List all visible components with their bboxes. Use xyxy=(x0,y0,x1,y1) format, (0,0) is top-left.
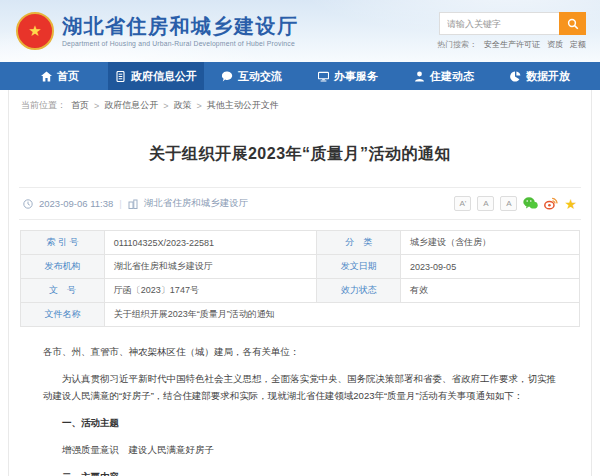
hot-search-item[interactable]: 资质 xyxy=(547,39,563,50)
monitor-icon xyxy=(318,71,329,82)
breadcrumb-label: 当前位置： xyxy=(21,99,66,112)
site-brand: ★ 湖北省住房和城乡建设厅 Department of Housing and … xyxy=(16,12,299,50)
site-title: 湖北省住房和城乡建设厅 xyxy=(62,15,299,37)
site-subtitle: Department of Housing and Urban-Rural De… xyxy=(62,40,299,47)
intro-paragraph: 为认真贯彻习近平新时代中国特色社会主义思想，全面落实党中央、国务院决策部署和省委… xyxy=(43,370,557,404)
wechat-share-icon[interactable] xyxy=(523,197,538,210)
font-size-medium-button[interactable]: A xyxy=(477,196,494,211)
source-name: 湖北省住房和城乡建设厅 xyxy=(144,197,249,210)
meta-divider: | xyxy=(119,198,121,209)
document-info-table: 索 引 号 011104325X/2023-22581 分 类 城乡建设（含住房… xyxy=(20,230,580,327)
nav-item-news[interactable]: 住建动态 xyxy=(396,62,492,90)
hot-search-label: 热门搜索： xyxy=(437,39,477,50)
info-value-index-number: 011104325X/2023-22581 xyxy=(104,231,316,255)
nav-item-label: 办事服务 xyxy=(334,69,378,84)
section-heading-content: 二、主要内容 xyxy=(43,468,557,476)
table-row: 文 号 厅函〔2023〕1747号 效力状态 有效 xyxy=(21,279,580,303)
font-size-small-button[interactable]: A xyxy=(500,196,517,211)
hot-search-item[interactable]: 安全生产许可证 xyxy=(484,39,540,50)
salutation-paragraph: 各市、州、直管市、神农架林区住（城）建局，各有关单位： xyxy=(43,343,557,360)
breadcrumb-item-policy[interactable]: 政策 xyxy=(174,99,192,112)
clock-icon xyxy=(23,199,33,209)
info-label-doc-title: 文件名称 xyxy=(21,303,105,327)
info-label-category: 分 类 xyxy=(317,231,401,255)
breadcrumb-separator: > xyxy=(197,101,202,111)
info-value-doc-title: 关于组织开展2023年“质量月”活动的通知 xyxy=(104,303,579,327)
pie-chart-icon xyxy=(510,71,521,82)
nav-item-open-data[interactable]: 数据开放 xyxy=(492,62,588,90)
weibo-share-icon[interactable] xyxy=(544,197,558,210)
info-value-issue-date: 2023-09-05 xyxy=(401,255,580,279)
info-value-doc-number: 厅函〔2023〕1747号 xyxy=(104,279,316,303)
favorite-star-icon[interactable]: ★ xyxy=(564,197,577,211)
font-size-large-button[interactable]: A' xyxy=(454,196,471,211)
chat-icon xyxy=(222,71,233,82)
info-label-validity: 效力状态 xyxy=(317,279,401,303)
main-nav: 首页 政府信息公开 互动交流 办事服务 住建动态 数据开放 xyxy=(0,62,600,90)
content-card: 当前位置： 首页 > 政府信息公开 > 政策 > 其他主动公开文件 关于组织开展… xyxy=(8,90,592,476)
info-label-issuing-agency: 发布机构 xyxy=(21,255,105,279)
hot-search-item[interactable]: 定额 xyxy=(570,39,586,50)
publish-datetime: 2023-09-06 11:38 xyxy=(39,198,113,209)
nav-item-label: 数据开放 xyxy=(526,69,570,84)
search-icon xyxy=(567,18,579,30)
info-label-doc-number: 文 号 xyxy=(21,279,105,303)
page-title: 关于组织开展2023年“质量月”活动的通知 xyxy=(39,144,561,165)
search-input[interactable] xyxy=(439,12,559,35)
breadcrumb-item-gov-info[interactable]: 政府信息公开 xyxy=(104,99,158,112)
nav-item-services[interactable]: 办事服务 xyxy=(300,62,396,90)
nav-item-label: 互动交流 xyxy=(238,69,282,84)
document-body: 各市、州、直管市、神农架林区住（城）建局，各有关单位： 为认真贯彻习近平新时代中… xyxy=(9,327,591,476)
breadcrumb-separator: > xyxy=(94,101,99,111)
document-icon xyxy=(115,71,126,82)
breadcrumb-separator: > xyxy=(163,101,168,111)
nav-item-label: 住建动态 xyxy=(430,69,474,84)
site-header: ★ 湖北省住房和城乡建设厅 Department of Housing and … xyxy=(0,0,600,62)
nav-item-home[interactable]: 首页 xyxy=(12,62,108,90)
nav-item-gov-info[interactable]: 政府信息公开 xyxy=(108,62,204,90)
person-icon xyxy=(414,71,425,82)
info-value-issuing-agency: 湖北省住房和城乡建设厅 xyxy=(104,255,316,279)
national-emblem-icon: ★ xyxy=(16,12,54,50)
info-label-index-number: 索 引 号 xyxy=(21,231,105,255)
search-button[interactable] xyxy=(559,12,586,35)
breadcrumb-item-other-docs[interactable]: 其他主动公开文件 xyxy=(207,99,279,112)
info-label-issue-date: 发文日期 xyxy=(317,255,401,279)
nav-item-interaction[interactable]: 互动交流 xyxy=(204,62,300,90)
home-icon xyxy=(41,71,52,82)
nav-item-label: 首页 xyxy=(57,69,79,84)
table-row: 索 引 号 011104325X/2023-22581 分 类 城乡建设（含住房… xyxy=(21,231,580,255)
breadcrumb-item-home[interactable]: 首页 xyxy=(71,99,89,112)
info-value-category: 城乡建设（含住房） xyxy=(401,231,580,255)
theme-paragraph: 增强质量意识 建设人民满意好房子 xyxy=(43,441,557,458)
section-heading-theme: 一、活动主题 xyxy=(43,414,557,431)
breadcrumb: 当前位置： 首页 > 政府信息公开 > 政策 > 其他主动公开文件 xyxy=(9,90,591,120)
hot-search-bar: 热门搜索： 安全生产许可证 资质 定额 xyxy=(437,39,586,50)
table-row: 发布机构 湖北省住房和城乡建设厅 发文日期 2023-09-05 xyxy=(21,255,580,279)
building-icon xyxy=(128,199,138,209)
table-row: 文件名称 关于组织开展2023年“质量月”活动的通知 xyxy=(21,303,580,327)
article-meta-bar: 2023-09-06 11:38 | 湖北省住房和城乡建设厅 A' A A ★ xyxy=(19,187,581,220)
info-value-validity: 有效 xyxy=(401,279,580,303)
nav-item-label: 政府信息公开 xyxy=(131,69,197,84)
